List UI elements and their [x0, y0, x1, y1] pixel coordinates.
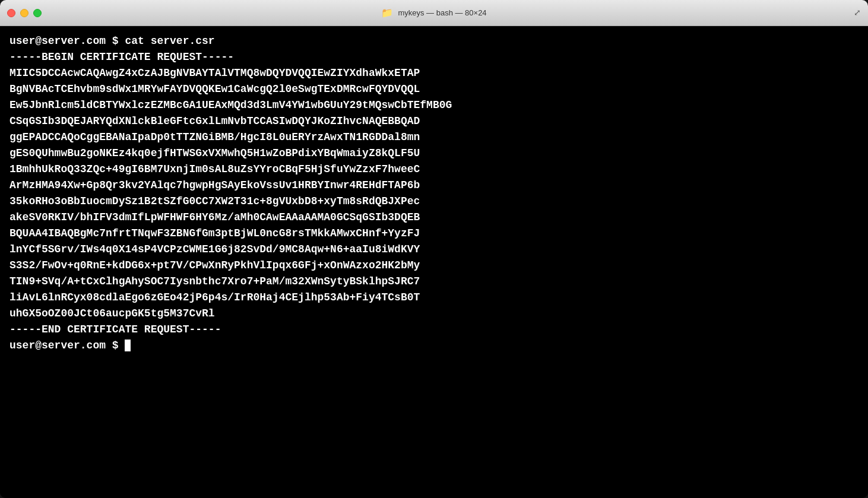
terminal-line: user@server.com $ cat server.csr [9, 33, 859, 49]
terminal-line: ArMzHMA94Xw+Gp8Qr3kv2YAlqc7hgwpHgSAyEkoV… [9, 177, 859, 194]
title-label: mykeys — bash — 80×24 [398, 8, 486, 17]
window-title: 📁 mykeys — bash — 80×24 [381, 7, 486, 18]
terminal-line: lnYCf5SGrv/IWs4q0X14sP4VCPzCWME1G6j82SvD… [9, 242, 859, 258]
close-button[interactable] [7, 9, 15, 17]
minimize-button[interactable] [20, 9, 28, 17]
traffic-lights [7, 9, 42, 17]
terminal-line: MIIC5DCCAcwCAQAwgZ4xCzAJBgNVBAYTAlVTMQ8w… [9, 65, 859, 81]
titlebar: 📁 mykeys — bash — 80×24 ⤢ [0, 0, 868, 26]
terminal-line: akeSV0RKIV/bhIFV3dmIfLpWFHWF6HY6Mz/aMh0C… [9, 210, 859, 226]
terminal-line: gES0QUhmwBu2goNKEz4kq0ejfHTWSGxVXMwhQ5H1… [9, 145, 859, 161]
terminal-line: ggEPADCCAQoCggEBANaIpaDp0tTTZNGiBMB/HgcI… [9, 129, 859, 145]
terminal-line: BQUAA4IBAQBgMc7nfrtTNqwF3ZBNGfGm3ptBjWL0… [9, 226, 859, 242]
terminal-content[interactable]: user@server.com $ cat server.csr-----BEG… [0, 26, 868, 498]
terminal-line: TIN9+SVq/A+tCxClhgAhySOC7Iysnbthc7Xro7+P… [9, 274, 859, 290]
cursor [125, 340, 131, 351]
terminal-line: S3S2/FwOv+q0RnE+kdDG6x+pt7V/CPwXnRyPkhVl… [9, 258, 859, 274]
terminal-line: 1BmhhUkRoQ33ZQc+49gI6BM7UxnjIm0sAL8uZsYY… [9, 161, 859, 177]
terminal-line: CSqGSIb3DQEJARYQdXNlckBleGFtcGxlLmNvbTCC… [9, 113, 859, 129]
terminal-window: 📁 mykeys — bash — 80×24 ⤢ user@server.co… [0, 0, 868, 498]
terminal-line: 35koRHo3oBbIuocmDySz1B2tSZfG0CC7XW2T31c+… [9, 194, 859, 210]
terminal-line: uhGX5oOZ00JCt06aucpGK5tg5M37CvRl [9, 306, 859, 322]
folder-icon: 📁 [381, 7, 393, 18]
terminal-line: user@server.com $ [9, 338, 859, 354]
terminal-line: -----BEGIN CERTIFICATE REQUEST----- [9, 49, 859, 65]
terminal-line: liAvL6lnRCyx08cdlaEgo6zGEo42jP6p4s/IrR0H… [9, 290, 859, 306]
terminal-line: Ew5JbnRlcm5ldCBTYWxlczEZMBcGA1UEAxMQd3d3… [9, 97, 859, 113]
resize-button[interactable]: ⤢ [854, 8, 861, 18]
terminal-line: -----END CERTIFICATE REQUEST----- [9, 322, 859, 338]
terminal-line: BgNVBAcTCEhvbm9sdWx1MRYwFAYDVQQKEw1CaWcg… [9, 81, 859, 97]
maximize-button[interactable] [33, 9, 42, 17]
